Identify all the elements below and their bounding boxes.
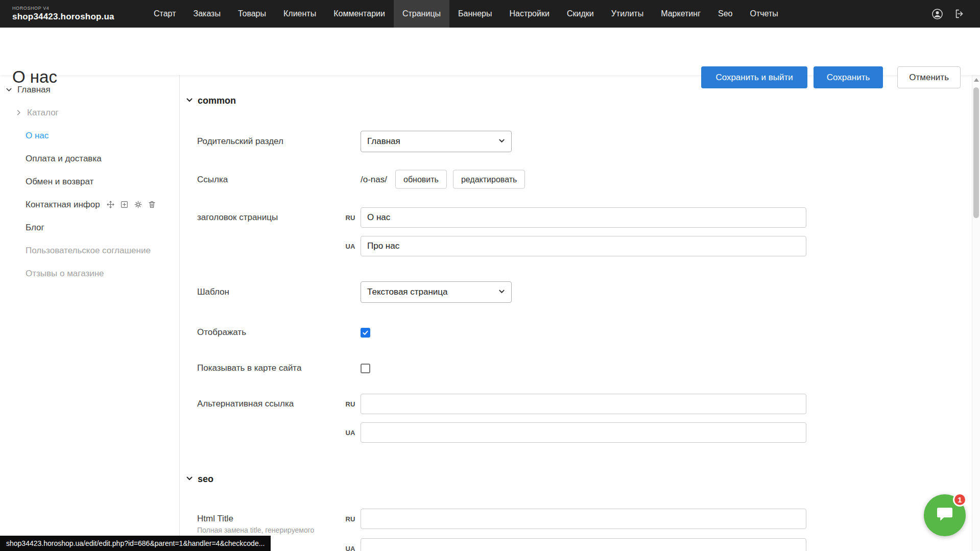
link-value: /o-nas/ (361, 174, 387, 184)
parent-section-label: Родительский раздел (197, 136, 340, 147)
chevron-down-icon[interactable] (5, 86, 13, 93)
tree-item-o-nas[interactable]: О нас (0, 124, 179, 147)
html-title-help-text: Полная замена title, генерируемого (197, 526, 314, 534)
chat-bubble-icon (935, 505, 954, 526)
chat-unread-badge: 1 (953, 493, 967, 507)
html-title-label-block: Html Title Полная замена title, генериру… (197, 514, 340, 524)
template-label: Шаблон (197, 287, 340, 297)
chevron-down-icon (498, 287, 505, 297)
chevron-down-icon (498, 136, 505, 147)
menu-clients[interactable]: Клиенты (275, 0, 325, 28)
save-button[interactable]: Сохранить (814, 66, 883, 88)
menu-banners[interactable]: Баннеры (449, 0, 500, 28)
form-row-display: Отображать (197, 327, 370, 338)
form-row-page-title-ru: заголовок страницы RU (197, 207, 806, 228)
tree-item-label: Оплата и доставка (26, 154, 102, 164)
menu-marketing[interactable]: Маркетинг (652, 0, 709, 28)
scroll-up-arrow[interactable] (974, 78, 979, 82)
cancel-button[interactable]: Отменить (897, 66, 961, 88)
alt-link-ru-input[interactable] (361, 394, 806, 414)
form-row-alt-link-ru: Альтернативная ссылка RU (197, 394, 806, 414)
tree-item-label: Отзывы о магазине (26, 269, 104, 279)
refresh-link-button[interactable]: обновить (395, 170, 447, 189)
main-menu: Старт Заказы Товары Клиенты Комментарии … (145, 0, 787, 28)
page-title-label: заголовок страницы (197, 212, 340, 223)
section-seo[interactable]: seo (186, 474, 213, 485)
vertical-scrollbar[interactable] (972, 75, 980, 551)
form-row-html-title-ua: UA (197, 538, 806, 551)
topbar-right (931, 8, 980, 20)
parent-section-value: Главная (367, 136, 400, 147)
template-value: Текстовая страница (367, 287, 448, 297)
scrollbar-thumb[interactable] (973, 87, 979, 218)
tree-item-otzyvy[interactable]: Отзывы о магазине (0, 262, 179, 285)
account-icon[interactable] (931, 8, 943, 20)
brand[interactable]: HOROSHOP V4 shop34423.horoshop.ua (0, 6, 121, 22)
form-row-alt-link-ua: UA (197, 422, 806, 443)
page-title-ru-input[interactable] (361, 207, 806, 228)
tree-item-oplata[interactable]: Оплата и доставка (0, 147, 179, 170)
menu-discounts[interactable]: Скидки (558, 0, 603, 28)
form-row-html-title-ru: Html Title Полная замена title, генериру… (197, 509, 806, 529)
add-icon[interactable] (120, 200, 129, 209)
parent-section-select[interactable]: Главная (361, 131, 512, 152)
brand-version-label: HOROSHOP V4 (12, 6, 121, 11)
lang-badge-ru: RU (340, 400, 361, 408)
tree-item-label: Обмен и возврат (26, 177, 93, 187)
form-row-page-title-ua: UA (197, 236, 806, 256)
topbar: HOROSHOP V4 shop34423.horoshop.ua Старт … (0, 0, 980, 28)
menu-utilities[interactable]: Утилиты (603, 0, 653, 28)
status-url-tooltip: shop34423.horoshop.ua/edit/edit.php?id=6… (0, 536, 271, 551)
alt-link-label: Альтернативная ссылка (197, 399, 340, 409)
trash-icon[interactable] (148, 200, 157, 209)
tree-item-label: Каталог (27, 108, 59, 118)
page-title-ua-input[interactable] (361, 236, 806, 256)
header-buttons: Сохранить и выйти Сохранить Отменить (701, 66, 961, 88)
lang-badge-ua: UA (340, 429, 361, 437)
template-select[interactable]: Текстовая страница (361, 281, 512, 303)
tree-item-obmen[interactable]: Обмен и возврат (0, 170, 179, 193)
chat-widget-button[interactable]: 1 (924, 494, 966, 536)
gear-icon[interactable] (134, 200, 143, 209)
brand-domain: shop34423.horoshop.ua (12, 12, 121, 22)
menu-settings[interactable]: Настройки (500, 0, 558, 28)
menu-reports[interactable]: Отчеты (741, 0, 786, 28)
display-checkbox-checked[interactable] (361, 328, 370, 338)
form-row-link: Ссылка /o-nas/ обновить редактировать (197, 170, 525, 189)
edit-link-button[interactable]: редактировать (453, 170, 525, 189)
tree-item-label: Пользовательское соглашение (26, 246, 151, 256)
chevron-down-icon (186, 474, 193, 485)
html-title-ua-input[interactable] (361, 538, 806, 551)
html-title-label: Html Title (197, 514, 233, 523)
link-label: Ссылка (197, 174, 340, 184)
tree-item-polzovatelskoe[interactable]: Пользовательское соглашение (0, 239, 179, 262)
tree-item-kontaktnaya[interactable]: Контактная инфор (0, 193, 179, 216)
form-row-sitemap: Показывать в карте сайта (197, 363, 370, 373)
tree-item-label: Контактная инфор (26, 200, 100, 210)
chevron-right-icon[interactable] (15, 109, 22, 116)
lang-badge-ua: UA (340, 243, 361, 250)
menu-seo[interactable]: Seo (709, 0, 741, 28)
page-edit-form: common Родительский раздел Главная Ссылк… (180, 75, 972, 551)
tree-item-label: Блог (26, 223, 44, 233)
alt-link-ua-input[interactable] (361, 422, 806, 443)
menu-pages[interactable]: Страницы (394, 0, 449, 28)
menu-start[interactable]: Старт (145, 0, 184, 28)
html-title-ru-input[interactable] (361, 509, 806, 529)
sitemap-label: Показывать в карте сайта (197, 363, 340, 373)
sitemap-checkbox-unchecked[interactable] (361, 364, 370, 373)
form-row-template: Шаблон Текстовая страница (197, 281, 512, 303)
tree-item-blog[interactable]: Блог (0, 216, 179, 239)
section-title: seo (198, 474, 213, 485)
menu-products[interactable]: Товары (229, 0, 275, 28)
lang-badge-ru: RU (340, 515, 361, 523)
menu-comments[interactable]: Комментарии (325, 0, 394, 28)
save-and-exit-button[interactable]: Сохранить и выйти (701, 66, 807, 88)
tree-item-katalog[interactable]: Каталог (0, 101, 179, 124)
lang-badge-ua: UA (340, 545, 361, 551)
menu-orders[interactable]: Заказы (184, 0, 229, 28)
move-icon[interactable] (106, 200, 115, 209)
logout-icon[interactable] (953, 8, 966, 20)
display-label: Отображать (197, 327, 340, 338)
section-common[interactable]: common (186, 95, 236, 106)
